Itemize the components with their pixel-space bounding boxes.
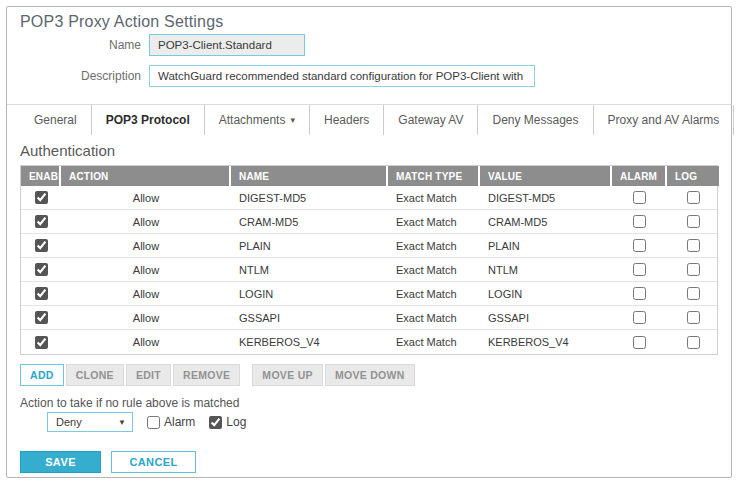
action-cell: Allow bbox=[61, 258, 231, 281]
enabled-checkbox[interactable] bbox=[35, 191, 48, 204]
value-cell: LOGIN bbox=[480, 282, 612, 305]
enabled-checkbox[interactable] bbox=[35, 311, 48, 324]
alarm-checkbox[interactable] bbox=[633, 191, 646, 204]
alarm-checkbox[interactable] bbox=[633, 263, 646, 276]
log-checkbox[interactable] bbox=[687, 287, 700, 300]
tab-pop3-protocol[interactable]: POP3 Protocol bbox=[92, 105, 205, 135]
name-cell: DIGEST-MD5 bbox=[231, 186, 388, 209]
cancel-button[interactable]: CANCEL bbox=[111, 451, 196, 473]
value-cell: GSSAPI bbox=[480, 306, 612, 329]
match-type-cell: Exact Match bbox=[388, 186, 480, 209]
tab-gateway-av[interactable]: Gateway AV bbox=[384, 105, 478, 135]
description-field-row: Description bbox=[20, 65, 718, 87]
enabled-checkbox[interactable] bbox=[35, 215, 48, 228]
name-cell: NTLM bbox=[231, 258, 388, 281]
enabled-checkbox[interactable] bbox=[35, 239, 48, 252]
alarm-checkbox[interactable] bbox=[633, 215, 646, 228]
column-header-action: ACTION bbox=[61, 166, 231, 186]
table-row[interactable]: Allow CRAM-MD5 Exact Match CRAM-MD5 bbox=[21, 210, 717, 234]
action-cell: Allow bbox=[61, 210, 231, 233]
move-down-button: MOVE DOWN bbox=[325, 364, 415, 386]
move-up-button: MOVE UP bbox=[252, 364, 323, 386]
authentication-rules-table: ENABLED ACTION NAME MATCH TYPE VALUE ALA… bbox=[20, 165, 718, 355]
alarm-checkbox[interactable] bbox=[633, 311, 646, 324]
name-label: Name bbox=[20, 38, 141, 52]
table-row[interactable]: Allow KERBEROS_V4 Exact Match KERBEROS_V… bbox=[21, 330, 717, 354]
tab-apt-blocker[interactable]: APT Blocker bbox=[734, 105, 738, 135]
value-cell: NTLM bbox=[480, 258, 612, 281]
column-header-value: VALUE bbox=[480, 166, 612, 186]
add-button[interactable]: ADD bbox=[20, 364, 64, 386]
column-header-alarm: ALARM bbox=[612, 166, 667, 186]
log-checkbox[interactable] bbox=[687, 215, 700, 228]
match-type-cell: Exact Match bbox=[388, 258, 480, 281]
name-input bbox=[149, 34, 305, 56]
name-cell: KERBEROS_V4 bbox=[231, 330, 388, 354]
log-checkbox[interactable] bbox=[687, 336, 700, 349]
name-cell: LOGIN bbox=[231, 282, 388, 305]
action-cell: Allow bbox=[61, 330, 231, 354]
alarm-checkbox[interactable] bbox=[633, 336, 646, 349]
match-type-cell: Exact Match bbox=[388, 282, 480, 305]
default-action-value: Deny bbox=[56, 416, 82, 428]
value-cell: DIGEST-MD5 bbox=[480, 186, 612, 209]
tab-general[interactable]: General bbox=[20, 105, 92, 135]
tab-headers[interactable]: Headers bbox=[310, 105, 384, 135]
tab-strip: General POP3 Protocol Attachments ▾ Head… bbox=[7, 104, 731, 135]
table-toolbar: ADD CLONE EDIT REMOVE MOVE UP MOVE DOWN bbox=[20, 364, 718, 386]
name-cell: GSSAPI bbox=[231, 306, 388, 329]
default-log-checkbox[interactable] bbox=[209, 416, 222, 429]
default-action-controls: Deny ▼ Alarm Log bbox=[20, 412, 718, 432]
value-cell: PLAIN bbox=[480, 234, 612, 257]
enabled-checkbox[interactable] bbox=[35, 287, 48, 300]
column-header-match-type: MATCH TYPE bbox=[388, 166, 480, 186]
default-action-select[interactable]: Deny ▼ bbox=[47, 412, 133, 432]
match-type-cell: Exact Match bbox=[388, 306, 480, 329]
match-type-cell: Exact Match bbox=[388, 330, 480, 354]
action-cell: Allow bbox=[61, 186, 231, 209]
alarm-checkbox[interactable] bbox=[633, 239, 646, 252]
alarm-checkbox[interactable] bbox=[633, 287, 646, 300]
clone-button: CLONE bbox=[66, 364, 124, 386]
edit-button: EDIT bbox=[126, 364, 171, 386]
default-log-group: Log bbox=[209, 415, 246, 429]
action-cell: Allow bbox=[61, 282, 231, 305]
settings-panel: POP3 Proxy Action Settings Name Descript… bbox=[6, 6, 732, 478]
default-alarm-checkbox[interactable] bbox=[147, 416, 160, 429]
default-action-label: Action to take if no rule above is match… bbox=[20, 396, 718, 410]
description-input[interactable] bbox=[149, 65, 535, 87]
tab-attachments[interactable]: Attachments ▾ bbox=[205, 105, 310, 135]
table-row[interactable]: Allow NTLM Exact Match NTLM bbox=[21, 258, 717, 282]
log-checkbox[interactable] bbox=[687, 191, 700, 204]
remove-button: REMOVE bbox=[173, 364, 240, 386]
page-title: POP3 Proxy Action Settings bbox=[20, 12, 718, 32]
table-row[interactable]: Allow LOGIN Exact Match LOGIN bbox=[21, 282, 717, 306]
save-button[interactable]: SAVE bbox=[20, 451, 101, 473]
description-label: Description bbox=[20, 69, 141, 83]
table-row[interactable]: Allow GSSAPI Exact Match GSSAPI bbox=[21, 306, 717, 330]
match-type-cell: Exact Match bbox=[388, 234, 480, 257]
enabled-checkbox[interactable] bbox=[35, 263, 48, 276]
name-cell: CRAM-MD5 bbox=[231, 210, 388, 233]
name-field-row: Name bbox=[20, 34, 718, 56]
log-checkbox[interactable] bbox=[687, 239, 700, 252]
match-type-cell: Exact Match bbox=[388, 210, 480, 233]
default-log-label: Log bbox=[226, 415, 246, 429]
save-cancel-row: SAVE CANCEL bbox=[20, 451, 718, 473]
value-cell: KERBEROS_V4 bbox=[480, 330, 612, 354]
name-cell: PLAIN bbox=[231, 234, 388, 257]
column-header-enabled: ENABLED bbox=[21, 166, 61, 186]
log-checkbox[interactable] bbox=[687, 311, 700, 324]
select-arrow-icon: ▼ bbox=[118, 418, 126, 427]
table-row[interactable]: Allow PLAIN Exact Match PLAIN bbox=[21, 234, 717, 258]
default-alarm-group: Alarm bbox=[147, 415, 195, 429]
table-row[interactable]: Allow DIGEST-MD5 Exact Match DIGEST-MD5 bbox=[21, 186, 717, 210]
enabled-checkbox[interactable] bbox=[35, 336, 48, 349]
value-cell: CRAM-MD5 bbox=[480, 210, 612, 233]
tab-deny-messages[interactable]: Deny Messages bbox=[478, 105, 593, 135]
section-heading-authentication: Authentication bbox=[20, 142, 718, 159]
table-header-row: ENABLED ACTION NAME MATCH TYPE VALUE ALA… bbox=[21, 166, 717, 186]
chevron-down-icon: ▾ bbox=[290, 116, 295, 125]
tab-proxy-and-av-alarms[interactable]: Proxy and AV Alarms bbox=[594, 105, 735, 135]
log-checkbox[interactable] bbox=[687, 263, 700, 276]
